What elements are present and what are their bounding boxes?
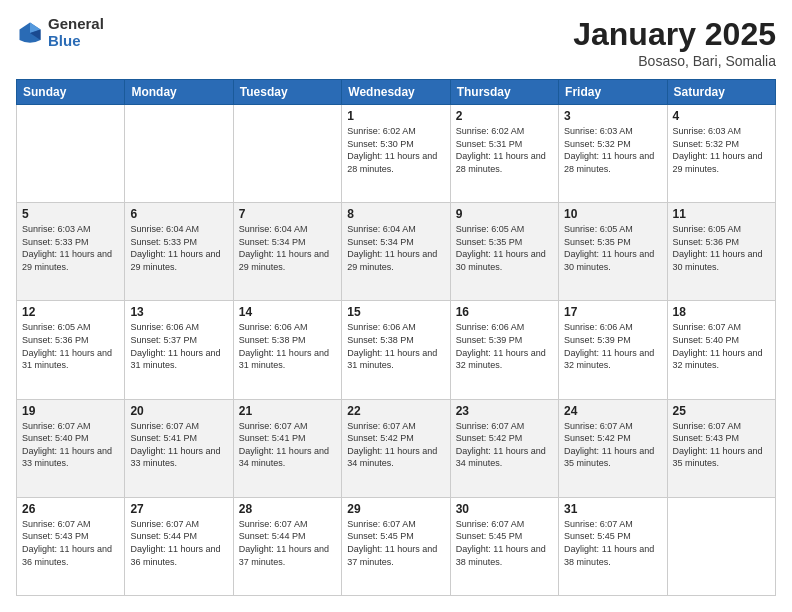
day-detail: Sunrise: 6:03 AM Sunset: 5:33 PM Dayligh… [22,223,119,273]
day-detail: Sunrise: 6:07 AM Sunset: 5:44 PM Dayligh… [130,518,227,568]
calendar-cell: 14Sunrise: 6:06 AM Sunset: 5:38 PM Dayli… [233,301,341,399]
calendar-cell: 18Sunrise: 6:07 AM Sunset: 5:40 PM Dayli… [667,301,775,399]
calendar-cell: 19Sunrise: 6:07 AM Sunset: 5:40 PM Dayli… [17,399,125,497]
calendar-cell: 21Sunrise: 6:07 AM Sunset: 5:41 PM Dayli… [233,399,341,497]
day-number: 20 [130,404,227,418]
day-number: 9 [456,207,553,221]
calendar-cell: 5Sunrise: 6:03 AM Sunset: 5:33 PM Daylig… [17,203,125,301]
day-detail: Sunrise: 6:04 AM Sunset: 5:34 PM Dayligh… [239,223,336,273]
day-number: 22 [347,404,444,418]
weekday-header: Thursday [450,80,558,105]
day-detail: Sunrise: 6:07 AM Sunset: 5:43 PM Dayligh… [673,420,770,470]
day-detail: Sunrise: 6:07 AM Sunset: 5:42 PM Dayligh… [347,420,444,470]
day-number: 27 [130,502,227,516]
day-number: 6 [130,207,227,221]
calendar-cell: 1Sunrise: 6:02 AM Sunset: 5:30 PM Daylig… [342,105,450,203]
header: General Blue January 2025 Bosaso, Bari, … [16,16,776,69]
day-detail: Sunrise: 6:07 AM Sunset: 5:44 PM Dayligh… [239,518,336,568]
calendar-row: 26Sunrise: 6:07 AM Sunset: 5:43 PM Dayli… [17,497,776,595]
day-number: 14 [239,305,336,319]
day-number: 5 [22,207,119,221]
day-detail: Sunrise: 6:06 AM Sunset: 5:38 PM Dayligh… [239,321,336,371]
calendar-cell: 24Sunrise: 6:07 AM Sunset: 5:42 PM Dayli… [559,399,667,497]
calendar-cell [125,105,233,203]
day-detail: Sunrise: 6:06 AM Sunset: 5:39 PM Dayligh… [456,321,553,371]
day-detail: Sunrise: 6:07 AM Sunset: 5:42 PM Dayligh… [564,420,661,470]
calendar: SundayMondayTuesdayWednesdayThursdayFrid… [16,79,776,596]
day-number: 17 [564,305,661,319]
day-detail: Sunrise: 6:05 AM Sunset: 5:36 PM Dayligh… [673,223,770,273]
calendar-row: 12Sunrise: 6:05 AM Sunset: 5:36 PM Dayli… [17,301,776,399]
day-number: 31 [564,502,661,516]
calendar-cell: 25Sunrise: 6:07 AM Sunset: 5:43 PM Dayli… [667,399,775,497]
day-number: 10 [564,207,661,221]
day-number: 18 [673,305,770,319]
calendar-cell: 13Sunrise: 6:06 AM Sunset: 5:37 PM Dayli… [125,301,233,399]
day-detail: Sunrise: 6:05 AM Sunset: 5:36 PM Dayligh… [22,321,119,371]
calendar-cell: 8Sunrise: 6:04 AM Sunset: 5:34 PM Daylig… [342,203,450,301]
day-detail: Sunrise: 6:03 AM Sunset: 5:32 PM Dayligh… [673,125,770,175]
day-detail: Sunrise: 6:07 AM Sunset: 5:45 PM Dayligh… [347,518,444,568]
day-number: 15 [347,305,444,319]
day-detail: Sunrise: 6:04 AM Sunset: 5:34 PM Dayligh… [347,223,444,273]
calendar-cell: 6Sunrise: 6:04 AM Sunset: 5:33 PM Daylig… [125,203,233,301]
calendar-cell: 16Sunrise: 6:06 AM Sunset: 5:39 PM Dayli… [450,301,558,399]
day-detail: Sunrise: 6:05 AM Sunset: 5:35 PM Dayligh… [564,223,661,273]
day-detail: Sunrise: 6:07 AM Sunset: 5:45 PM Dayligh… [564,518,661,568]
day-detail: Sunrise: 6:04 AM Sunset: 5:33 PM Dayligh… [130,223,227,273]
day-detail: Sunrise: 6:06 AM Sunset: 5:39 PM Dayligh… [564,321,661,371]
logo: General Blue [16,16,104,49]
day-number: 11 [673,207,770,221]
calendar-cell: 3Sunrise: 6:03 AM Sunset: 5:32 PM Daylig… [559,105,667,203]
logo-general: General [48,16,104,33]
calendar-cell: 12Sunrise: 6:05 AM Sunset: 5:36 PM Dayli… [17,301,125,399]
day-number: 12 [22,305,119,319]
logo-blue: Blue [48,33,104,50]
day-number: 24 [564,404,661,418]
title-month: January 2025 [573,16,776,53]
day-detail: Sunrise: 6:07 AM Sunset: 5:41 PM Dayligh… [239,420,336,470]
day-number: 13 [130,305,227,319]
calendar-cell: 27Sunrise: 6:07 AM Sunset: 5:44 PM Dayli… [125,497,233,595]
calendar-cell: 31Sunrise: 6:07 AM Sunset: 5:45 PM Dayli… [559,497,667,595]
calendar-cell: 29Sunrise: 6:07 AM Sunset: 5:45 PM Dayli… [342,497,450,595]
day-detail: Sunrise: 6:02 AM Sunset: 5:31 PM Dayligh… [456,125,553,175]
day-detail: Sunrise: 6:07 AM Sunset: 5:43 PM Dayligh… [22,518,119,568]
day-number: 3 [564,109,661,123]
day-detail: Sunrise: 6:06 AM Sunset: 5:38 PM Dayligh… [347,321,444,371]
calendar-row: 19Sunrise: 6:07 AM Sunset: 5:40 PM Dayli… [17,399,776,497]
day-number: 29 [347,502,444,516]
calendar-cell: 11Sunrise: 6:05 AM Sunset: 5:36 PM Dayli… [667,203,775,301]
calendar-cell: 22Sunrise: 6:07 AM Sunset: 5:42 PM Dayli… [342,399,450,497]
calendar-cell: 7Sunrise: 6:04 AM Sunset: 5:34 PM Daylig… [233,203,341,301]
calendar-cell: 28Sunrise: 6:07 AM Sunset: 5:44 PM Dayli… [233,497,341,595]
calendar-cell: 17Sunrise: 6:06 AM Sunset: 5:39 PM Dayli… [559,301,667,399]
calendar-cell: 20Sunrise: 6:07 AM Sunset: 5:41 PM Dayli… [125,399,233,497]
day-number: 7 [239,207,336,221]
title-location: Bosaso, Bari, Somalia [573,53,776,69]
day-number: 8 [347,207,444,221]
day-number: 25 [673,404,770,418]
day-detail: Sunrise: 6:07 AM Sunset: 5:42 PM Dayligh… [456,420,553,470]
title-block: January 2025 Bosaso, Bari, Somalia [573,16,776,69]
day-detail: Sunrise: 6:02 AM Sunset: 5:30 PM Dayligh… [347,125,444,175]
calendar-cell: 4Sunrise: 6:03 AM Sunset: 5:32 PM Daylig… [667,105,775,203]
day-number: 23 [456,404,553,418]
day-detail: Sunrise: 6:07 AM Sunset: 5:45 PM Dayligh… [456,518,553,568]
calendar-cell: 26Sunrise: 6:07 AM Sunset: 5:43 PM Dayli… [17,497,125,595]
calendar-cell: 30Sunrise: 6:07 AM Sunset: 5:45 PM Dayli… [450,497,558,595]
logo-text: General Blue [48,16,104,49]
weekday-header: Friday [559,80,667,105]
day-number: 26 [22,502,119,516]
day-number: 1 [347,109,444,123]
calendar-cell [233,105,341,203]
calendar-cell: 9Sunrise: 6:05 AM Sunset: 5:35 PM Daylig… [450,203,558,301]
day-detail: Sunrise: 6:03 AM Sunset: 5:32 PM Dayligh… [564,125,661,175]
calendar-row: 1Sunrise: 6:02 AM Sunset: 5:30 PM Daylig… [17,105,776,203]
calendar-cell: 23Sunrise: 6:07 AM Sunset: 5:42 PM Dayli… [450,399,558,497]
day-detail: Sunrise: 6:07 AM Sunset: 5:41 PM Dayligh… [130,420,227,470]
day-number: 19 [22,404,119,418]
weekday-header: Sunday [17,80,125,105]
calendar-cell: 2Sunrise: 6:02 AM Sunset: 5:31 PM Daylig… [450,105,558,203]
day-number: 4 [673,109,770,123]
